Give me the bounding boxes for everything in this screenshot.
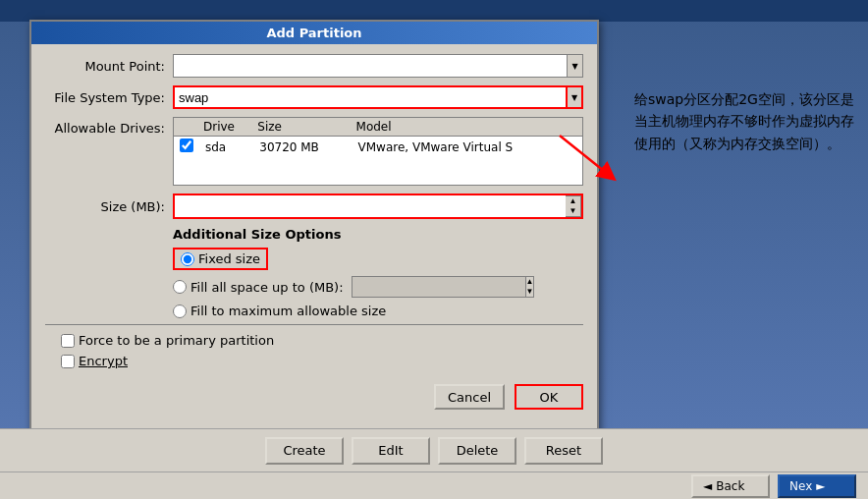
- mount-point-arrow[interactable]: ▼: [568, 54, 583, 78]
- reset-button[interactable]: Reset: [524, 437, 603, 465]
- force-primary-label[interactable]: Force to be a primary partition: [79, 333, 274, 348]
- fill-max-row: Fill to maximum allowable size: [173, 304, 583, 318]
- separator: [45, 324, 583, 325]
- add-partition-dialog: Add Partition Mount Point: ▼ File System…: [29, 20, 599, 445]
- fill-up-radio[interactable]: [173, 280, 187, 294]
- fixed-size-label[interactable]: Fixed size: [198, 251, 260, 266]
- annotation-box: 给swap分区分配2G空间，该分区是当主机物理内存不够时作为虚拟内存使用的（又称…: [634, 88, 860, 154]
- fs-type-row: File System Type: swapext4ext3ext2xfsvfa…: [45, 85, 583, 109]
- col-model: Model: [353, 118, 582, 137]
- annotation-text: 给swap分区分配2G空间，该分区是当主机物理内存不够时作为虚拟内存使用的（又称…: [634, 91, 854, 151]
- fill-up-input[interactable]: 2048: [352, 276, 526, 298]
- additional-size-label: Additional Size Options: [173, 227, 583, 242]
- fixed-size-option: Fixed size: [173, 248, 268, 270]
- col-check: [174, 118, 199, 137]
- svg-line-0: [560, 136, 609, 175]
- edit-button[interactable]: EdIt: [352, 437, 430, 465]
- col-size: Size: [253, 118, 352, 137]
- encrypt-check[interactable]: [61, 355, 75, 368]
- nav-bar: ◄ Back Nex ►: [0, 471, 868, 499]
- fixed-size-radio[interactable]: [181, 252, 194, 266]
- delete-button[interactable]: Delete: [438, 437, 516, 465]
- dialog-body: Mount Point: ▼ File System Type: swapext…: [31, 44, 597, 419]
- row-check-cell[interactable]: [174, 137, 199, 158]
- size-spinner[interactable]: ▲ ▼: [566, 195, 581, 217]
- size-row: Size (MB): 2048 ▲ ▼: [45, 194, 583, 219]
- fs-type-arrow[interactable]: ▼: [568, 85, 583, 109]
- fill-up-spinner[interactable]: ▲ ▼: [526, 276, 535, 298]
- dialog-title: Add Partition: [31, 22, 597, 44]
- create-button[interactable]: Create: [265, 437, 344, 465]
- force-primary-check[interactable]: [61, 334, 75, 348]
- encrypt-label[interactable]: Encrypt: [79, 354, 128, 368]
- row-drive: sda: [199, 137, 253, 158]
- dialog-buttons: Cancel OK: [45, 380, 583, 410]
- size-up-btn[interactable]: ▲: [566, 196, 580, 206]
- annotation-arrow: [550, 126, 628, 185]
- size-input[interactable]: 2048: [175, 195, 566, 217]
- row-model: VMware, VMware Virtual S: [353, 137, 582, 158]
- drive-check[interactable]: [180, 139, 193, 152]
- drives-table-wrap: Drive Size Model sda 30720 MB VMware, VM…: [173, 117, 583, 186]
- mount-point-label: Mount Point:: [45, 59, 173, 74]
- fill-max-radio[interactable]: [173, 305, 187, 318]
- row-size: 30720 MB: [253, 137, 352, 158]
- table-row: sda 30720 MB VMware, VMware Virtual S: [174, 137, 582, 158]
- back-arrow-icon: ◄: [703, 479, 712, 493]
- encrypt-row: Encrypt: [45, 354, 583, 368]
- fs-type-select[interactable]: swapext4ext3ext2xfsvfat: [173, 85, 568, 109]
- allowable-drives-section: Allowable Drives: Drive Size Model: [45, 117, 583, 186]
- col-drive: Drive: [199, 118, 253, 137]
- bottom-toolbar: Create EdIt Delete Reset: [0, 428, 868, 471]
- top-bar: [0, 0, 868, 22]
- cancel-button[interactable]: Cancel: [434, 384, 505, 410]
- mount-point-row: Mount Point: ▼: [45, 54, 583, 78]
- force-primary-row: Force to be a primary partition: [45, 333, 583, 348]
- mount-point-select[interactable]: [173, 54, 568, 78]
- fill-down-btn[interactable]: ▼: [526, 287, 534, 297]
- size-label: Size (MB):: [45, 199, 173, 214]
- drives-table: Drive Size Model sda 30720 MB VMware, VM…: [174, 118, 582, 157]
- fs-type-label: File System Type:: [45, 90, 173, 105]
- ok-button[interactable]: OK: [515, 384, 583, 410]
- fill-up-label[interactable]: Fill all space up to (MB):: [190, 280, 344, 295]
- allowable-drives-label: Allowable Drives:: [45, 117, 173, 136]
- size-down-btn[interactable]: ▼: [566, 206, 580, 216]
- next-arrow-icon: ►: [816, 479, 825, 493]
- next-button[interactable]: Nex ►: [778, 474, 856, 498]
- fill-max-label[interactable]: Fill to maximum allowable size: [190, 304, 386, 318]
- fill-up-row: Fill all space up to (MB): 2048 ▲ ▼: [173, 276, 583, 298]
- back-button[interactable]: ◄ Back: [691, 474, 770, 498]
- fill-up-btn[interactable]: ▲: [526, 277, 534, 287]
